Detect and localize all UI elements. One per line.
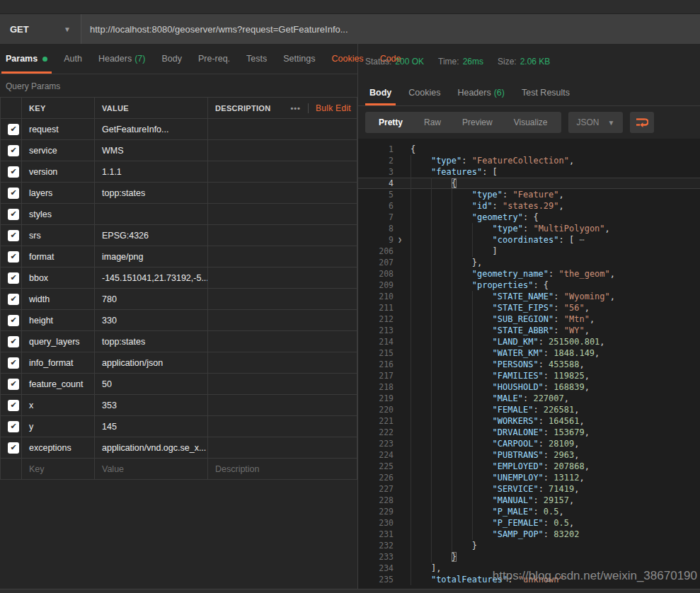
view-pretty[interactable]: Pretty xyxy=(368,117,413,127)
line-number: 235 xyxy=(358,574,394,585)
code-line: 228 "MANUAL": 29157, xyxy=(358,495,700,506)
table-row: srsEPSG:4326 xyxy=(1,225,357,246)
tab-tests[interactable]: Tests xyxy=(242,44,271,74)
column-header-value: VALUE xyxy=(95,98,208,119)
param-description-cell[interactable] xyxy=(208,161,357,183)
param-key-cell[interactable]: y xyxy=(22,416,95,437)
param-key-cell[interactable]: version xyxy=(22,161,95,183)
query-params-table: KEY VALUE DESCRIPTION ••• Bulk Edit xyxy=(0,97,357,480)
param-value-cell[interactable]: -145.151041,21.73192,-5... xyxy=(95,267,208,289)
url-input[interactable]: http://localhost:8080/geoserver/wms?requ… xyxy=(81,24,348,35)
param-key-cell[interactable]: x xyxy=(22,395,95,416)
param-value-cell[interactable]: 353 xyxy=(95,395,208,416)
language-dropdown[interactable]: JSON ▼ xyxy=(568,112,624,133)
param-value-cell[interactable]: 50 xyxy=(95,374,208,395)
param-description-cell[interactable] xyxy=(208,416,357,437)
checkbox-checked-icon[interactable] xyxy=(8,379,19,390)
tab-headers[interactable]: Headers (7) xyxy=(94,44,150,74)
checkbox-checked-icon[interactable] xyxy=(8,294,19,305)
code-line: 1{ xyxy=(358,144,700,155)
checkbox-checked-icon[interactable] xyxy=(8,145,19,156)
param-value-cell[interactable]: topp:states xyxy=(95,331,208,352)
param-description-cell[interactable] xyxy=(208,246,357,267)
wrap-text-button[interactable] xyxy=(630,112,654,133)
param-value-cell[interactable]: topp:states xyxy=(95,183,208,204)
param-description-cell[interactable] xyxy=(208,204,357,225)
view-raw[interactable]: Raw xyxy=(413,117,452,127)
table-row: version1.1.1 xyxy=(1,161,357,183)
param-key-cell[interactable]: info_format xyxy=(22,352,95,374)
method-dropdown[interactable]: GET ▼ xyxy=(0,14,81,44)
param-key-cell[interactable]: exceptions xyxy=(22,437,95,459)
param-value-cell[interactable]: 1.1.1 xyxy=(95,161,208,183)
param-key-cell[interactable]: bbox xyxy=(22,267,95,289)
param-value-cell[interactable] xyxy=(95,204,208,225)
query-params-table-body: requestGetFeatureInfo...serviceWMSversio… xyxy=(1,119,357,459)
param-value-cell[interactable]: 780 xyxy=(95,289,208,310)
param-key-cell[interactable]: layers xyxy=(22,183,95,204)
param-key-cell[interactable]: width xyxy=(22,289,95,310)
new-key-input[interactable]: Key xyxy=(22,459,95,480)
tab-response-cookies[interactable]: Cookies xyxy=(404,79,444,105)
param-key-cell[interactable]: service xyxy=(22,140,95,161)
checkbox-checked-icon[interactable] xyxy=(8,124,19,135)
checkbox-checked-icon[interactable] xyxy=(8,230,19,241)
param-description-cell[interactable] xyxy=(208,140,357,161)
tab-response-body[interactable]: Body xyxy=(365,79,396,105)
line-number: 216 xyxy=(358,359,394,370)
param-description-cell[interactable] xyxy=(208,183,357,204)
checkbox-checked-icon[interactable] xyxy=(8,209,19,220)
fold-arrow-icon[interactable]: ❯ xyxy=(394,234,406,246)
param-value-cell[interactable]: application/json xyxy=(95,352,208,374)
param-description-cell[interactable] xyxy=(208,267,357,289)
param-value-cell[interactable]: WMS xyxy=(95,140,208,161)
param-key-cell[interactable]: srs xyxy=(22,225,95,246)
line-number: 1 xyxy=(358,144,394,155)
tab-params[interactable]: Params xyxy=(1,44,52,74)
tab-response-headers[interactable]: Headers (6) xyxy=(453,79,509,105)
param-description-cell[interactable] xyxy=(208,225,357,246)
bulk-edit-button[interactable]: Bulk Edit xyxy=(316,103,351,113)
param-description-cell[interactable] xyxy=(208,395,357,416)
param-key-cell[interactable]: height xyxy=(22,310,95,331)
param-description-cell[interactable] xyxy=(208,352,357,374)
tab-auth[interactable]: Auth xyxy=(59,44,86,74)
checkbox-checked-icon[interactable] xyxy=(8,272,19,284)
checkbox-checked-icon[interactable] xyxy=(8,336,19,347)
new-description-input[interactable]: Description xyxy=(208,459,357,480)
param-value-cell[interactable]: application/vnd.ogc.se_x... xyxy=(95,437,208,459)
view-visualize[interactable]: Visualize xyxy=(503,117,558,127)
checkbox-checked-icon[interactable] xyxy=(8,166,19,178)
param-description-cell[interactable] xyxy=(208,310,357,331)
param-value-cell[interactable]: image/png xyxy=(95,246,208,267)
table-header-row: KEY VALUE DESCRIPTION ••• Bulk Edit xyxy=(1,98,357,119)
param-value-cell[interactable]: 145 xyxy=(95,416,208,437)
new-value-input[interactable]: Value xyxy=(95,459,208,480)
param-value-cell[interactable]: 330 xyxy=(95,310,208,331)
param-key-cell[interactable]: query_layers xyxy=(22,331,95,352)
param-description-cell[interactable] xyxy=(208,374,357,395)
view-preview[interactable]: Preview xyxy=(452,117,503,127)
param-value-cell[interactable]: EPSG:4326 xyxy=(95,225,208,246)
checkbox-checked-icon[interactable] xyxy=(8,400,19,411)
checkbox-checked-icon[interactable] xyxy=(8,357,19,369)
checkbox-checked-icon[interactable] xyxy=(8,421,19,432)
param-description-cell[interactable] xyxy=(208,437,357,459)
param-value-cell[interactable]: GetFeatureInfo... xyxy=(95,119,208,140)
param-key-cell[interactable]: feature_count xyxy=(22,374,95,395)
param-key-cell[interactable]: styles xyxy=(22,204,95,225)
param-description-cell[interactable] xyxy=(208,331,357,352)
more-options-icon[interactable]: ••• xyxy=(290,104,301,113)
checkbox-checked-icon[interactable] xyxy=(8,188,19,199)
param-key-cell[interactable]: format xyxy=(22,246,95,267)
tab-body[interactable]: Body xyxy=(157,44,186,74)
tab-test-results[interactable]: Test Results xyxy=(517,79,574,105)
param-description-cell[interactable] xyxy=(208,289,357,310)
checkbox-checked-icon[interactable] xyxy=(8,251,19,263)
checkbox-checked-icon[interactable] xyxy=(8,315,19,326)
tab-settings[interactable]: Settings xyxy=(279,44,319,74)
param-key-cell[interactable]: request xyxy=(22,119,95,140)
tab-prereq[interactable]: Pre-req. xyxy=(194,44,234,74)
param-description-cell[interactable] xyxy=(208,119,357,140)
checkbox-checked-icon[interactable] xyxy=(8,442,19,454)
